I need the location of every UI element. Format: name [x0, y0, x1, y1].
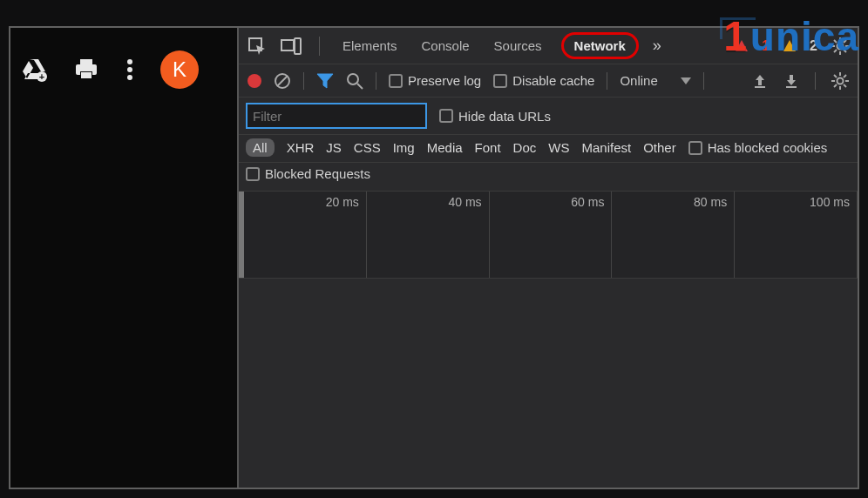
timeline-col: 20 ms	[244, 192, 367, 278]
error-count: 1	[762, 38, 770, 54]
warning-count: 2	[810, 38, 817, 54]
devtools-panel: Elements Console Sources Network » 1 2	[237, 28, 858, 488]
preserve-log-checkbox[interactable]: Preserve log	[389, 73, 481, 88]
hide-data-urls-label: Hide data URLs	[458, 109, 551, 124]
separator	[319, 37, 320, 56]
svg-point-27	[837, 77, 844, 84]
timeline-col: 60 ms	[490, 192, 613, 278]
chip-font[interactable]: Font	[475, 140, 501, 155]
search-icon[interactable]	[346, 72, 363, 90]
svg-point-12	[837, 43, 844, 49]
svg-point-7	[127, 67, 132, 72]
svg-line-33	[844, 84, 846, 87]
svg-point-8	[127, 75, 132, 80]
chip-img[interactable]: Img	[393, 140, 415, 155]
preserve-log-label: Preserve log	[408, 73, 481, 88]
throttling-select[interactable]: Online	[620, 73, 690, 88]
separator	[607, 72, 607, 90]
checkbox-icon	[439, 109, 453, 123]
separator	[815, 72, 816, 90]
device-toggle-icon[interactable]	[281, 37, 302, 55]
error-icon[interactable]	[736, 40, 748, 51]
timeline-overview[interactable]: 20 ms 40 ms 60 ms 80 ms 100 ms	[239, 192, 858, 279]
timeline-tick: 60 ms	[571, 195, 604, 209]
svg-rect-26	[786, 86, 797, 88]
svg-rect-10	[281, 40, 294, 50]
devtools-tabbar: Elements Console Sources Network » 1 2	[239, 28, 858, 64]
filter-icon[interactable]	[316, 73, 334, 89]
timeline-tick: 40 ms	[448, 195, 481, 209]
tab-network[interactable]: Network	[561, 32, 639, 59]
chip-manifest[interactable]: Manifest	[581, 140, 631, 155]
chip-xhr[interactable]: XHR	[287, 140, 315, 155]
svg-rect-2	[80, 59, 92, 64]
chip-js[interactable]: JS	[326, 140, 342, 155]
blocked-requests-checkbox[interactable]: Blocked Requests	[246, 166, 370, 181]
disable-cache-checkbox[interactable]: Disable cache	[493, 73, 594, 88]
avatar[interactable]: K	[160, 50, 199, 89]
chip-doc[interactable]: Doc	[513, 140, 537, 155]
filter-row: Hide data URLs	[239, 98, 858, 135]
svg-line-22	[277, 76, 288, 86]
svg-point-6	[127, 59, 132, 64]
print-icon[interactable]	[73, 58, 99, 81]
timeline-col: 100 ms	[735, 192, 858, 278]
upload-icon[interactable]	[752, 73, 768, 89]
checkbox-icon	[493, 74, 507, 88]
avatar-letter: K	[173, 57, 186, 82]
chip-ws[interactable]: WS	[548, 140, 569, 155]
tab-console[interactable]: Console	[417, 33, 475, 58]
has-blocked-cookies-label: Has blocked cookies	[708, 140, 828, 155]
timeline-col: 80 ms	[612, 192, 735, 278]
disable-cache-label: Disable cache	[512, 73, 594, 88]
drive-icon[interactable]: +	[21, 57, 47, 82]
svg-rect-25	[755, 86, 765, 88]
chevron-down-icon	[681, 77, 691, 84]
chip-css[interactable]: CSS	[354, 140, 381, 155]
timeline-col: 40 ms	[367, 192, 490, 278]
chip-other[interactable]: Other	[643, 140, 676, 155]
left-panel: + K	[10, 28, 237, 488]
svg-line-35	[834, 84, 837, 87]
download-icon[interactable]	[783, 73, 799, 89]
svg-line-24	[357, 84, 363, 89]
type-filter-row: All XHR JS CSS Img Media Font Doc WS Man…	[239, 135, 858, 163]
svg-line-17	[834, 40, 837, 43]
svg-line-18	[844, 50, 846, 52]
svg-line-32	[834, 75, 837, 77]
checkbox-icon	[389, 74, 403, 88]
svg-text:+: +	[39, 71, 44, 82]
svg-line-34	[844, 75, 846, 77]
left-toolbar: + K	[10, 28, 237, 89]
settings-icon[interactable]	[831, 37, 849, 55]
svg-line-19	[844, 40, 846, 43]
blocked-requests-row: Blocked Requests	[239, 163, 858, 192]
filter-input[interactable]	[246, 103, 427, 129]
svg-rect-5	[81, 72, 92, 78]
inspect-icon[interactable]	[248, 37, 267, 56]
svg-point-23	[348, 74, 358, 84]
hide-data-urls-checkbox[interactable]: Hide data URLs	[439, 109, 551, 124]
tab-sources[interactable]: Sources	[489, 33, 547, 58]
request-waterfall[interactable]	[239, 279, 858, 488]
network-settings-icon[interactable]	[831, 72, 849, 90]
tabs-overflow-icon[interactable]: »	[653, 37, 661, 55]
has-blocked-cookies-checkbox[interactable]: Has blocked cookies	[688, 140, 828, 155]
timeline-tick: 80 ms	[694, 195, 727, 209]
svg-rect-11	[295, 38, 301, 54]
timeline-tick: 20 ms	[326, 195, 359, 209]
tab-elements[interactable]: Elements	[337, 33, 403, 58]
warning-icon[interactable]	[783, 40, 796, 51]
throttling-value: Online	[620, 73, 657, 88]
checkbox-icon	[246, 167, 260, 181]
record-button[interactable]	[248, 74, 261, 88]
chip-media[interactable]: Media	[427, 140, 463, 155]
blocked-requests-label: Blocked Requests	[265, 166, 370, 181]
svg-line-20	[834, 50, 837, 52]
app-frame: + K Elements Console Sources	[9, 26, 859, 489]
timeline-tick: 100 ms	[810, 195, 850, 209]
chip-all[interactable]: All	[246, 138, 275, 157]
timeline-columns: 20 ms 40 ms 60 ms 80 ms 100 ms	[244, 192, 858, 278]
clear-icon[interactable]	[274, 72, 291, 90]
more-vert-icon[interactable]	[125, 57, 134, 82]
